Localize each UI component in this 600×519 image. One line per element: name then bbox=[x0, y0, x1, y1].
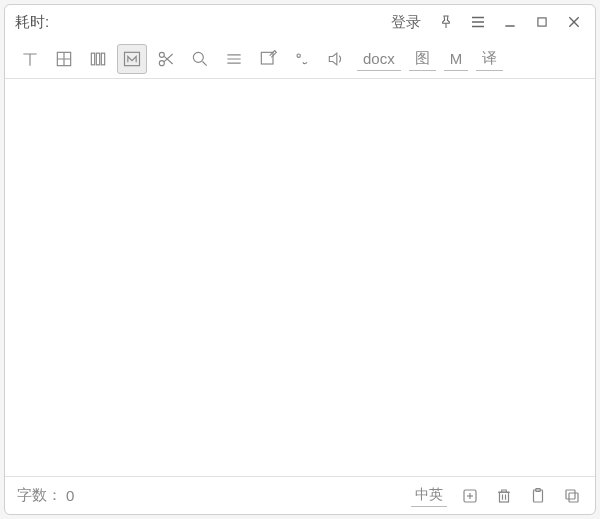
columns-icon bbox=[88, 49, 108, 69]
minimize-button[interactable] bbox=[499, 11, 521, 33]
minimize-icon bbox=[502, 14, 518, 30]
svg-point-18 bbox=[159, 60, 164, 65]
svg-rect-37 bbox=[566, 490, 575, 499]
wordcount-value: 0 bbox=[66, 487, 74, 504]
delete-button[interactable] bbox=[493, 485, 515, 507]
new-button[interactable] bbox=[459, 485, 481, 507]
titlebar-left: 耗时: bbox=[15, 13, 53, 32]
cut-tool[interactable] bbox=[151, 44, 181, 74]
svg-rect-36 bbox=[569, 493, 578, 502]
translate-button[interactable]: 译 bbox=[476, 47, 503, 71]
paste-icon bbox=[529, 487, 547, 505]
maximize-button[interactable] bbox=[531, 11, 553, 33]
wordcount-label: 字数： bbox=[17, 486, 62, 505]
m-box-icon bbox=[122, 49, 142, 69]
new-icon bbox=[461, 487, 479, 505]
docx-button[interactable]: docx bbox=[357, 47, 401, 71]
toolbar: docx 图 M 译 bbox=[5, 39, 595, 79]
menu-button[interactable] bbox=[467, 11, 489, 33]
speaker-tool[interactable] bbox=[321, 44, 351, 74]
m-tool[interactable] bbox=[117, 44, 147, 74]
app-window: 耗时: 登录 bbox=[4, 4, 596, 515]
svg-rect-15 bbox=[101, 53, 104, 65]
search-tool[interactable] bbox=[185, 44, 215, 74]
svg-point-21 bbox=[193, 52, 203, 62]
hamburger-icon bbox=[469, 13, 487, 31]
speaker-icon bbox=[326, 49, 346, 69]
titlebar: 耗时: 登录 bbox=[5, 5, 595, 39]
point-tool[interactable] bbox=[287, 44, 317, 74]
lines-tool[interactable] bbox=[219, 44, 249, 74]
grid-icon bbox=[54, 49, 74, 69]
image-button[interactable]: 图 bbox=[409, 47, 436, 71]
maximize-icon bbox=[535, 15, 549, 29]
search-icon bbox=[190, 49, 210, 69]
scissors-icon bbox=[156, 49, 176, 69]
grid-tool[interactable] bbox=[49, 44, 79, 74]
svg-rect-14 bbox=[96, 53, 99, 65]
close-button[interactable] bbox=[563, 11, 585, 33]
edit-tool[interactable] bbox=[253, 44, 283, 74]
close-icon bbox=[566, 14, 582, 30]
columns-tool[interactable] bbox=[83, 44, 113, 74]
svg-rect-31 bbox=[500, 492, 509, 502]
edit-icon bbox=[258, 49, 278, 69]
text-tool[interactable] bbox=[15, 44, 45, 74]
markdown-button[interactable]: M bbox=[444, 47, 469, 71]
degree-icon bbox=[292, 49, 312, 69]
paste-button[interactable] bbox=[527, 485, 549, 507]
copy-button[interactable] bbox=[561, 485, 583, 507]
editor-area[interactable] bbox=[5, 79, 595, 476]
svg-point-27 bbox=[297, 54, 300, 57]
trash-icon bbox=[495, 487, 513, 505]
svg-point-17 bbox=[159, 52, 164, 57]
statusbar-right: 中英 bbox=[411, 485, 583, 507]
copy-icon bbox=[563, 487, 581, 505]
timer-label: 耗时: bbox=[15, 13, 49, 32]
lines-icon bbox=[224, 49, 244, 69]
svg-rect-5 bbox=[538, 18, 546, 26]
svg-rect-16 bbox=[125, 52, 140, 65]
svg-rect-13 bbox=[91, 53, 94, 65]
text-icon bbox=[20, 49, 40, 69]
statusbar: 字数： 0 中英 bbox=[5, 476, 595, 514]
login-button[interactable]: 登录 bbox=[387, 11, 425, 33]
svg-line-22 bbox=[203, 61, 207, 65]
titlebar-right: 登录 bbox=[387, 11, 585, 33]
pin-button[interactable] bbox=[435, 11, 457, 33]
lang-toggle[interactable]: 中英 bbox=[411, 485, 447, 507]
statusbar-left: 字数： 0 bbox=[17, 486, 74, 505]
pin-icon bbox=[438, 14, 454, 30]
